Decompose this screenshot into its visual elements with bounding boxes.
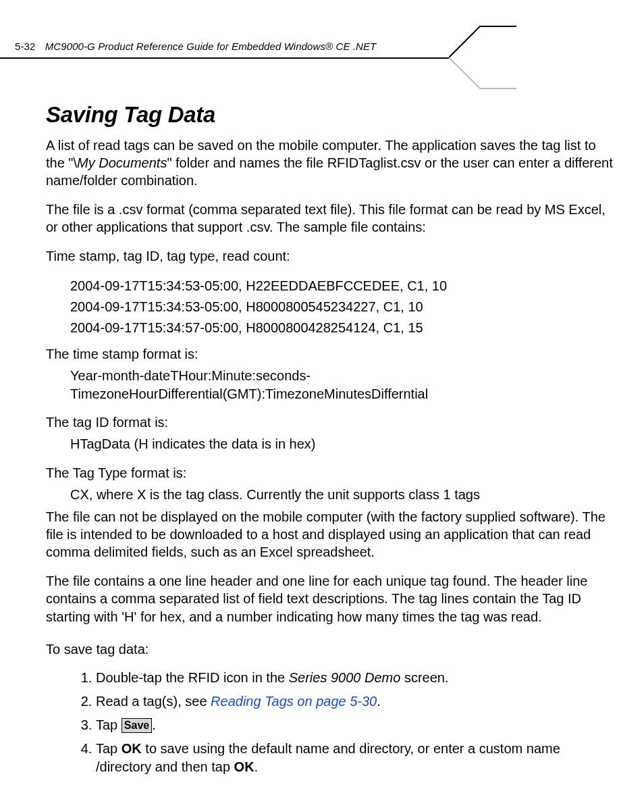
paragraph: The time stamp format is: [46,345,616,363]
step: Tap OK to save using the default name an… [96,740,616,776]
header-tab-ornament [449,26,516,89]
paragraph: The file is a .csv format (comma separat… [46,201,616,236]
paragraph: A list of read tags can be saved on the … [46,136,616,190]
paragraph: The tag ID format is: [46,413,616,431]
step: Double-tap the RFID icon in the Series 9… [96,669,616,687]
paragraph: Time stamp, tag ID, tag type, read count… [46,247,616,265]
doc-title: MC9000-G Product Reference Guide for Emb… [45,41,377,52]
paragraph: To save tag data: [46,640,616,658]
cross-reference-link[interactable]: Reading Tags on page 5-30 [211,694,377,709]
paragraph: The Tag Type format is: [46,464,616,482]
running-header: 5-32 MC9000-G Product Reference Guide fo… [15,41,376,52]
page-number: 5-32 [15,41,35,52]
step: Tap Save. [96,716,616,734]
sample-line: 2004-09-17T15:34:53-05:00, H800080054523… [70,297,616,318]
format-spec: CX, where X is the tag class. Currently … [70,486,616,503]
document-page: 5-32 MC9000-G Product Reference Guide fo… [0,0,644,812]
paragraph: The file can not be displayed on the mob… [46,508,616,561]
page-body: Saving Tag Data A list of read tags can … [46,100,616,782]
step: Read a tag(s), see Reading Tags on page … [96,692,616,711]
paragraph: The file contains a one line header and … [46,572,616,626]
procedure-list: Double-tap the RFID icon in the Series 9… [46,669,616,776]
save-button-icon: Save [122,718,152,732]
format-spec: HTagData (H indicates the data is in hex… [70,435,616,453]
sample-data: 2004-09-17T15:34:53-05:00, H22EEDDAEBFCC… [70,276,616,338]
header-rule [0,57,449,59]
sample-line: 2004-09-17T15:34:57-05:00, H800080042825… [70,318,616,338]
section-heading: Saving Tag Data [46,100,616,130]
sample-line: 2004-09-17T15:34:53-05:00, H22EEDDAEBFCC… [70,276,616,297]
format-spec: Year-month-dateTHour:Minute:seconds-Time… [70,367,421,403]
